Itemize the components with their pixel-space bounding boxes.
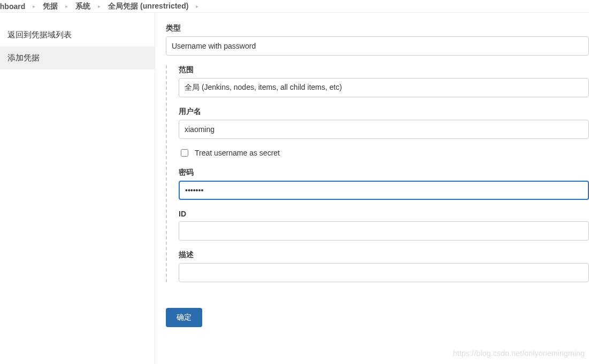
scope-label: 范围	[179, 65, 589, 75]
scope-select[interactable]	[179, 78, 589, 97]
breadcrumb-item[interactable]: 凭据	[43, 2, 58, 11]
watermark-text: https://blog.csdn.net/onlyonemingming	[453, 349, 585, 358]
treat-username-secret-label: Treat username as secret	[195, 149, 280, 157]
field-id: ID	[179, 210, 589, 241]
sidebar: 返回到凭据域列表 添加凭据	[0, 13, 155, 364]
password-input[interactable]	[179, 181, 589, 200]
description-input[interactable]	[179, 263, 589, 282]
treat-username-secret-checkbox[interactable]	[181, 149, 188, 157]
sidebar-item-add-credential[interactable]: 添加凭据	[0, 47, 155, 69]
field-username: 用户名	[179, 107, 589, 139]
chevron-right-icon: ▸	[33, 3, 35, 9]
chevron-right-icon: ▸	[65, 3, 68, 9]
page-body: 返回到凭据域列表 添加凭据 类型 范围 用户名 Treat username a…	[0, 13, 589, 364]
id-label: ID	[179, 210, 589, 218]
main-content: 类型 范围 用户名 Treat username as secret 密码	[155, 13, 589, 364]
type-label: 类型	[166, 24, 589, 33]
treat-username-secret-row: Treat username as secret	[181, 149, 589, 157]
breadcrumb-item[interactable]: shboard	[0, 2, 25, 11]
field-password: 密码	[179, 168, 589, 200]
description-label: 描述	[179, 250, 589, 260]
password-label: 密码	[179, 168, 589, 177]
id-input[interactable]	[179, 221, 589, 241]
type-select[interactable]	[166, 36, 589, 56]
breadcrumb: shboard ▸ 凭据 ▸ 系统 ▸ 全局凭据 (unrestricted) …	[0, 0, 589, 13]
username-input[interactable]	[179, 120, 589, 139]
field-scope: 范围	[179, 65, 589, 97]
field-description: 描述	[179, 250, 589, 282]
username-label: 用户名	[179, 107, 589, 117]
breadcrumb-item[interactable]: 全局凭据 (unrestricted)	[108, 2, 188, 11]
chevron-right-icon: ▸	[98, 3, 101, 9]
submit-button[interactable]: 确定	[166, 308, 202, 327]
sidebar-item-back[interactable]: 返回到凭据域列表	[0, 24, 155, 47]
field-type: 类型	[166, 24, 589, 56]
breadcrumb-item[interactable]: 系统	[75, 2, 90, 11]
nested-fields: 范围 用户名 Treat username as secret 密码 ID 描述	[166, 65, 589, 282]
chevron-right-icon: ▸	[196, 3, 198, 9]
